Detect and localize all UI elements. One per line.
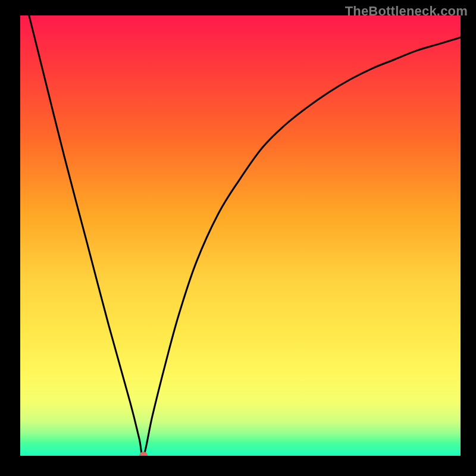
curve-line: [20, 15, 461, 456]
chart-svg: [20, 15, 461, 456]
plot-area: [20, 15, 461, 456]
chart-frame: TheBottleneck.com: [0, 0, 476, 476]
